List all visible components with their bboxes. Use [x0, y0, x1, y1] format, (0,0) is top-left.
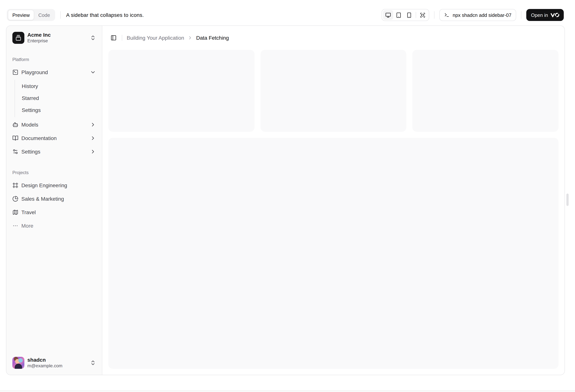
- toolbar-left: Preview Code A sidebar that collapses to…: [7, 9, 144, 21]
- toolbar-separator: [61, 11, 61, 19]
- main-content: Building Your Application Data Fetching: [102, 26, 565, 375]
- chevrons-up-down-icon: [90, 35, 96, 41]
- sidebar-subitem-history[interactable]: History: [19, 81, 99, 91]
- sidebar-item-label: Settings: [21, 149, 87, 155]
- breadcrumb-parent[interactable]: Building Your Application: [127, 35, 184, 41]
- team-switcher[interactable]: Acme Inc Enterprise: [9, 29, 99, 47]
- content-header: Building Your Application Data Fetching: [102, 26, 565, 50]
- mobile-view-button[interactable]: [404, 10, 414, 20]
- placeholder-card: [260, 50, 406, 132]
- viewport-group-separator: [415, 12, 416, 18]
- breadcrumb-current: Data Fetching: [196, 35, 229, 41]
- sidebar-item-settings[interactable]: Settings: [9, 146, 99, 158]
- content-body: [102, 50, 565, 375]
- sidebar-item-label: Models: [21, 122, 87, 128]
- chevron-right-icon: [90, 149, 96, 155]
- page-scrollbar-thumb[interactable]: [566, 194, 569, 206]
- breadcrumb: Building Your Application Data Fetching: [127, 35, 229, 41]
- sliders-icon: [12, 149, 18, 155]
- toolbar-separator: [521, 11, 522, 19]
- sidebar-group-label: Projects: [9, 168, 99, 177]
- sidebar-menu: Design Engineering Sales & Marketing Tra…: [9, 179, 99, 232]
- sidebar-trigger-button[interactable]: [108, 33, 119, 43]
- pie-chart-icon: [12, 196, 18, 202]
- sidebar-item-label: Travel: [21, 209, 96, 215]
- install-command-text: npx shadcn add sidebar-07: [453, 12, 511, 18]
- block-description: A sidebar that collapses to icons.: [66, 12, 144, 18]
- user-menu[interactable]: shadcn m@example.com: [9, 354, 99, 372]
- chevron-down-icon: [90, 69, 96, 75]
- sidebar-item-sales-marketing[interactable]: Sales & Marketing: [9, 193, 99, 205]
- sidebar-item-label: Sales & Marketing: [21, 196, 96, 202]
- gallery-vertical-end-icon: [15, 35, 21, 41]
- sidebar-group-platform: Platform Playground History Starred: [9, 55, 99, 158]
- tablet-view-button[interactable]: [393, 10, 404, 20]
- block-preview-frame: Acme Inc Enterprise Platform Playground: [6, 25, 565, 375]
- book-open-icon: [12, 135, 18, 141]
- sidebar-item-playground[interactable]: Playground: [9, 66, 99, 78]
- sidebar-item-design-engineering[interactable]: Design Engineering: [9, 179, 99, 191]
- sidebar-menu: Playground History Starred Settings: [9, 66, 99, 158]
- fullscreen-icon: [420, 12, 425, 18]
- smartphone-icon: [406, 12, 412, 18]
- user-info: shadcn m@example.com: [27, 357, 87, 369]
- sidebar-group-label: Platform: [9, 55, 99, 64]
- user-avatar: [12, 357, 24, 369]
- sidebar-item-models[interactable]: Models: [9, 119, 99, 131]
- placeholder-card: [412, 50, 558, 132]
- user-email: m@example.com: [27, 363, 87, 369]
- v0-logo-icon: [551, 13, 559, 17]
- chevron-right-icon: [90, 135, 96, 141]
- sidebar-subitem-settings[interactable]: Settings: [19, 105, 99, 115]
- playground-submenu: History Starred Settings: [15, 80, 99, 117]
- tab-preview[interactable]: Preview: [8, 10, 34, 20]
- team-info: Acme Inc Enterprise: [27, 32, 87, 44]
- chevron-right-icon: [188, 35, 193, 41]
- open-in-v0-label: Open in: [531, 12, 548, 18]
- team-name: Acme Inc: [27, 32, 87, 38]
- sidebar-subitem-starred[interactable]: Starred: [19, 93, 99, 103]
- sidebar-item-label: Documentation: [21, 135, 87, 141]
- monitor-icon: [385, 12, 391, 18]
- chevrons-up-down-icon: [90, 360, 96, 366]
- sidebar-group-projects: Projects Design Engineering Sales & Mark…: [9, 168, 99, 232]
- fullscreen-button[interactable]: [417, 10, 428, 20]
- view-toggle: Preview Code: [7, 9, 55, 21]
- placeholder-panel: [108, 138, 558, 369]
- team-plan: Enterprise: [27, 38, 87, 44]
- placeholder-card-row: [108, 50, 558, 132]
- next-section-edge: [0, 391, 575, 392]
- toolbar-separator: [434, 11, 434, 19]
- frame-icon: [12, 182, 18, 188]
- user-name: shadcn: [27, 357, 87, 363]
- viewport-toggle-group: [382, 9, 429, 21]
- sidebar-item-more[interactable]: More: [9, 220, 99, 232]
- sidebar-item-label: More: [21, 223, 96, 229]
- toolbar-right: npx shadcn add sidebar-07 Open in: [382, 9, 564, 21]
- square-terminal-icon: [12, 69, 18, 75]
- bot-icon: [12, 122, 18, 128]
- block-preview-page: Preview Code A sidebar that collapses to…: [0, 0, 575, 392]
- sidebar-item-label: Design Engineering: [21, 182, 96, 188]
- team-logo: [12, 32, 24, 44]
- map-icon: [12, 209, 18, 215]
- panel-left-icon: [111, 35, 117, 41]
- sidebar-item-documentation[interactable]: Documentation: [9, 132, 99, 144]
- tab-code[interactable]: Code: [34, 10, 54, 20]
- open-in-v0-button[interactable]: Open in: [527, 9, 564, 21]
- placeholder-card: [108, 50, 254, 132]
- header-separator: [122, 35, 122, 41]
- toolbar: Preview Code A sidebar that collapses to…: [0, 0, 575, 25]
- sidebar-item-label: Playground: [21, 69, 87, 75]
- ellipsis-icon: [12, 223, 18, 229]
- chevron-right-icon: [90, 122, 96, 128]
- desktop-view-button[interactable]: [383, 10, 393, 20]
- install-command-button[interactable]: npx shadcn add sidebar-07: [439, 9, 516, 21]
- app-sidebar: Acme Inc Enterprise Platform Playground: [6, 26, 102, 375]
- terminal-icon: [444, 12, 449, 18]
- sidebar-item-travel[interactable]: Travel: [9, 206, 99, 218]
- sidebar-spacer: [9, 232, 99, 354]
- tablet-icon: [396, 12, 401, 18]
